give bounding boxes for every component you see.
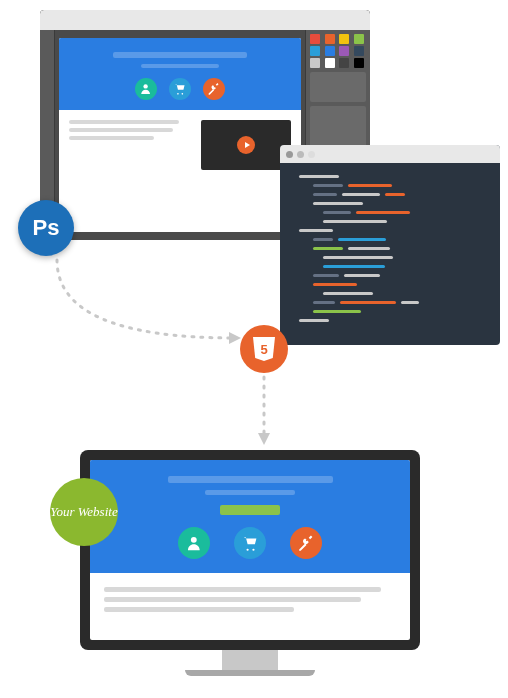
code-line: [294, 301, 486, 304]
code-line: [294, 310, 486, 313]
code-titlebar: [280, 145, 500, 163]
html5-badge: 5: [240, 325, 288, 373]
html5-shield-icon: 5: [253, 337, 275, 361]
design-body: [59, 110, 301, 180]
website-body: [90, 573, 410, 626]
html5-label: 5: [260, 342, 267, 357]
code-line: [294, 319, 486, 322]
code-line: [294, 283, 486, 286]
person-icon: [135, 78, 157, 100]
color-swatch: [310, 46, 320, 56]
video-thumbnail: [201, 120, 291, 170]
design-header: [59, 38, 301, 110]
cart-icon: [169, 78, 191, 100]
code-line: [294, 220, 486, 223]
ps-swatches: [310, 34, 366, 68]
color-swatch: [325, 58, 335, 68]
window-dot: [308, 151, 315, 158]
arrow-html5-to-monitor: [252, 375, 282, 455]
color-swatch: [354, 34, 364, 44]
website-header: [90, 460, 410, 573]
window-dot: [297, 151, 304, 158]
color-swatch: [339, 46, 349, 56]
placeholder-title: [168, 476, 333, 483]
code-line: [294, 274, 486, 277]
code-line: [294, 175, 486, 178]
code-line: [294, 184, 486, 187]
svg-point-0: [144, 85, 148, 89]
monitor: [80, 450, 420, 676]
window-dot: [286, 151, 293, 158]
color-swatch: [354, 58, 364, 68]
ps-titlebar: [40, 10, 370, 30]
ps-label: Ps: [33, 215, 60, 241]
ps-canvas: [55, 30, 305, 240]
placeholder-text: [69, 120, 191, 170]
monitor-display: [90, 460, 410, 640]
your-website-label: Your Website: [50, 504, 117, 520]
person-icon: [178, 527, 210, 559]
tools-icon: [203, 78, 225, 100]
cart-icon: [234, 527, 266, 559]
tools-icon: [290, 527, 322, 559]
design-mockup: [59, 38, 301, 232]
placeholder-subtitle: [205, 490, 295, 495]
website-icon-row: [100, 527, 400, 559]
color-swatch: [325, 34, 335, 44]
placeholder-title: [113, 52, 246, 58]
monitor-screen: [80, 450, 420, 650]
photoshop-badge: Ps: [18, 200, 74, 256]
code-editor-window: [280, 145, 500, 345]
color-swatch: [339, 34, 349, 44]
color-swatch: [310, 58, 320, 68]
code-line: [294, 193, 486, 196]
code-line: [294, 211, 486, 214]
play-icon: [237, 136, 255, 154]
code-line: [294, 238, 486, 241]
code-line: [294, 292, 486, 295]
color-swatch: [310, 34, 320, 44]
code-line: [294, 229, 486, 232]
code-line: [294, 265, 486, 268]
monitor-stand: [222, 650, 278, 670]
monitor-base: [185, 670, 315, 676]
color-swatch: [354, 46, 364, 56]
arrow-ps-to-html5: [45, 248, 265, 358]
design-icon-row: [69, 78, 291, 100]
code-line: [294, 256, 486, 259]
svg-point-1: [191, 537, 197, 543]
code-line: [294, 202, 486, 205]
ps-panel: [310, 72, 366, 102]
cta-button-placeholder: [220, 505, 280, 515]
color-swatch: [339, 58, 349, 68]
color-swatch: [325, 46, 335, 56]
placeholder-subtitle: [141, 64, 219, 68]
code-line: [294, 247, 486, 250]
code-body: [280, 163, 500, 334]
your-website-badge: Your Website: [50, 478, 118, 546]
placeholder-text: [104, 587, 396, 612]
